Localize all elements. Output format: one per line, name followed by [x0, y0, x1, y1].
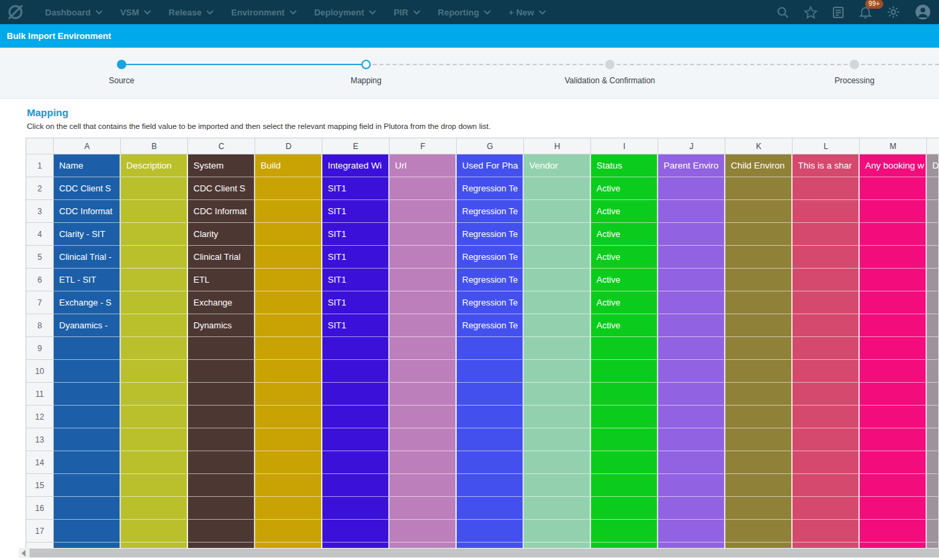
cell-G15[interactable] — [457, 474, 524, 497]
scroll-left-arrow-icon[interactable] — [21, 550, 26, 557]
cell-G14[interactable] — [457, 451, 524, 474]
cell-L7[interactable] — [793, 291, 860, 314]
cell-I10[interactable] — [591, 360, 658, 383]
cell-C17[interactable] — [188, 520, 255, 543]
cell-I5[interactable]: Active — [591, 246, 658, 269]
cell-L3[interactable] — [793, 200, 860, 223]
cell-B2[interactable] — [121, 177, 188, 200]
cell-C10[interactable] — [188, 360, 255, 383]
cell-N2[interactable] — [927, 177, 939, 200]
cell-E4[interactable]: SIT1 — [322, 223, 390, 246]
cell-A17[interactable] — [54, 520, 121, 543]
cell-J14[interactable] — [658, 451, 725, 474]
cell-D2[interactable] — [255, 177, 322, 200]
cell-M8[interactable] — [860, 314, 927, 337]
cell-B4[interactable] — [121, 223, 188, 246]
cell-A14[interactable] — [54, 451, 121, 474]
cell-H15[interactable] — [524, 474, 591, 497]
cell-D1[interactable]: Build — [255, 154, 322, 177]
cell-C8[interactable]: Dynamics — [188, 314, 255, 337]
cell-I4[interactable]: Active — [591, 223, 658, 246]
cell-K16[interactable] — [725, 497, 793, 520]
cell-B6[interactable] — [121, 269, 188, 291]
cell-N13[interactable] — [927, 428, 939, 451]
cell-F12[interactable] — [390, 406, 457, 428]
cell-N17[interactable] — [927, 520, 939, 543]
cell-N6[interactable] — [927, 269, 939, 291]
cell-K12[interactable] — [725, 406, 793, 428]
cell-E14[interactable] — [322, 451, 390, 474]
cell-F2[interactable] — [390, 177, 457, 200]
nav-item-vsm[interactable]: VSM — [120, 7, 151, 17]
cell-E1[interactable]: Integrated Wi — [322, 154, 390, 177]
cell-N10[interactable] — [927, 360, 939, 383]
cell-J11[interactable] — [658, 383, 725, 406]
cell-N15[interactable] — [927, 474, 939, 497]
cell-G12[interactable] — [457, 406, 524, 428]
cell-G1[interactable]: Used For Pha — [457, 154, 524, 177]
cell-A10[interactable] — [54, 360, 121, 383]
cell-N5[interactable] — [927, 246, 939, 269]
cell-K3[interactable] — [725, 200, 793, 223]
cell-N1[interactable]: D — [927, 154, 939, 177]
cell-A4[interactable]: Clarity - SIT — [54, 223, 121, 246]
cell-I16[interactable] — [591, 497, 658, 520]
cell-C11[interactable] — [188, 383, 255, 406]
cell-J8[interactable] — [658, 314, 725, 337]
cell-J6[interactable] — [658, 269, 725, 291]
cell-E15[interactable] — [322, 474, 390, 497]
cell-L13[interactable] — [793, 428, 860, 451]
cell-H5[interactable] — [524, 246, 591, 269]
cell-F3[interactable] — [390, 200, 457, 223]
search-icon[interactable] — [776, 6, 789, 19]
cell-N8[interactable] — [927, 314, 939, 337]
cell-M12[interactable] — [860, 406, 927, 428]
cell-K5[interactable] — [725, 246, 793, 269]
cell-I11[interactable] — [591, 383, 658, 406]
cell-J9[interactable] — [658, 337, 725, 360]
cell-A13[interactable] — [54, 428, 121, 451]
cell-D10[interactable] — [255, 360, 322, 383]
horizontal-scrollbar[interactable] — [19, 548, 939, 558]
cell-D6[interactable] — [255, 269, 322, 291]
cell-I6[interactable]: Active — [591, 269, 658, 291]
cell-G5[interactable]: Regression Te — [457, 246, 524, 269]
cell-K15[interactable] — [725, 474, 793, 497]
cell-M5[interactable] — [860, 246, 927, 269]
cell-A7[interactable]: Exchange - S — [54, 291, 121, 314]
cell-H17[interactable] — [524, 520, 591, 543]
cell-J10[interactable] — [658, 360, 725, 383]
cell-D3[interactable] — [255, 200, 322, 223]
cell-G17[interactable] — [457, 520, 524, 543]
cell-J15[interactable] — [658, 474, 725, 497]
cell-H10[interactable] — [524, 360, 591, 383]
cell-I14[interactable] — [591, 451, 658, 474]
cell-G10[interactable] — [457, 360, 524, 383]
cell-N12[interactable] — [927, 406, 939, 428]
nav-item-new[interactable]: + New — [508, 7, 546, 17]
cell-K14[interactable] — [725, 451, 793, 474]
cell-B10[interactable] — [121, 360, 188, 383]
cell-L6[interactable] — [793, 269, 860, 291]
cell-J12[interactable] — [658, 406, 725, 428]
cell-M14[interactable] — [860, 451, 927, 474]
cell-M15[interactable] — [860, 474, 927, 497]
cell-J1[interactable]: Parent Enviro — [658, 154, 725, 177]
cell-B11[interactable] — [121, 383, 188, 406]
cell-B1[interactable]: Description — [121, 154, 188, 177]
cell-C15[interactable] — [188, 474, 255, 497]
cell-E16[interactable] — [322, 497, 390, 520]
cell-I7[interactable]: Active — [591, 291, 658, 314]
cell-C6[interactable]: ETL — [188, 269, 255, 291]
cell-L2[interactable] — [793, 177, 860, 200]
cell-H14[interactable] — [524, 451, 591, 474]
cell-F17[interactable] — [390, 520, 457, 543]
cell-N14[interactable] — [927, 451, 939, 474]
cell-C14[interactable] — [188, 451, 255, 474]
cell-G9[interactable] — [457, 337, 524, 360]
cell-K7[interactable] — [725, 291, 793, 314]
cell-F4[interactable] — [390, 223, 457, 246]
cell-C9[interactable] — [188, 337, 255, 360]
cell-A8[interactable]: Dyanamics - — [54, 314, 121, 337]
cell-F6[interactable] — [390, 269, 457, 291]
